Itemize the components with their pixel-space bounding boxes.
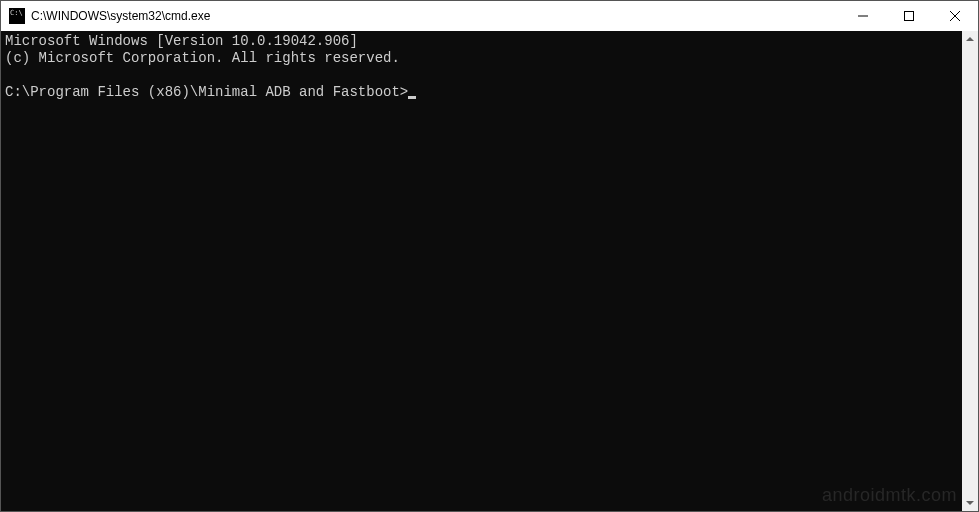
scrollbar-track[interactable]: [962, 47, 978, 495]
version-line: Microsoft Windows [Version 10.0.19042.90…: [5, 33, 358, 49]
chevron-up-icon: [966, 37, 974, 41]
close-icon: [950, 11, 960, 21]
copyright-line: (c) Microsoft Corporation. All rights re…: [5, 50, 400, 66]
scrollbar-down-arrow[interactable]: [962, 495, 978, 511]
terminal-output[interactable]: Microsoft Windows [Version 10.0.19042.90…: [1, 31, 962, 511]
minimize-icon: [858, 11, 868, 21]
svg-rect-1: [905, 12, 914, 21]
prompt: C:\Program Files (x86)\Minimal ADB and F…: [5, 84, 408, 100]
window-title: C:\WINDOWS\system32\cmd.exe: [31, 9, 840, 23]
titlebar[interactable]: C:\WINDOWS\system32\cmd.exe: [1, 1, 978, 31]
window-controls: [840, 1, 978, 31]
vertical-scrollbar[interactable]: [962, 31, 978, 511]
close-button[interactable]: [932, 1, 978, 31]
chevron-down-icon: [966, 501, 974, 505]
minimize-button[interactable]: [840, 1, 886, 31]
maximize-icon: [904, 11, 914, 21]
cmd-window: C:\WINDOWS\system32\cmd.exe Microsoft Wi: [0, 0, 979, 512]
scrollbar-up-arrow[interactable]: [962, 31, 978, 47]
terminal-wrapper: Microsoft Windows [Version 10.0.19042.90…: [1, 31, 978, 511]
cursor: [408, 96, 416, 99]
cmd-icon: [9, 8, 25, 24]
maximize-button[interactable]: [886, 1, 932, 31]
